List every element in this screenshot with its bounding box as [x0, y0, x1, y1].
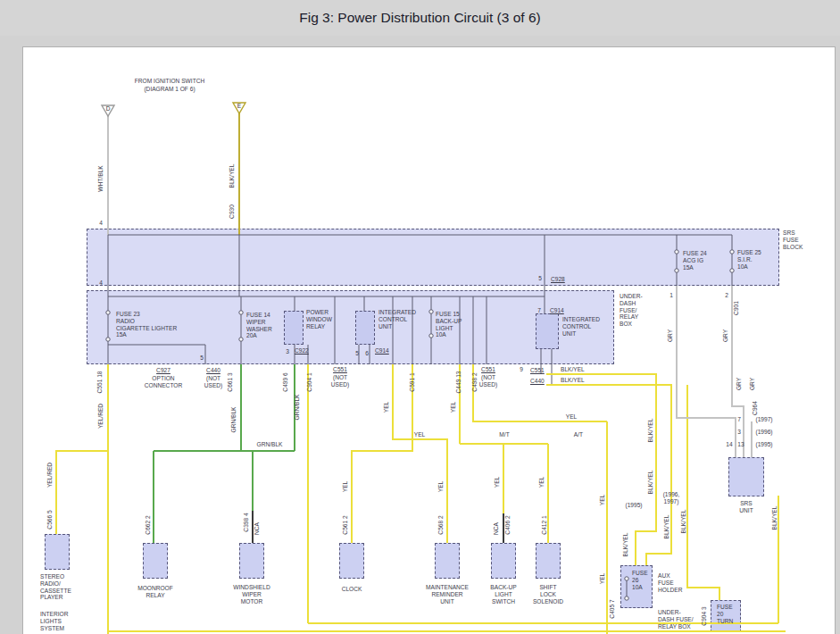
fuse-25-label: FUSE 25 S.I.R. 10A: [737, 249, 761, 270]
wire-label-blkyel-v3: BLK/YEL: [663, 515, 670, 539]
clock-label: CLOCK: [342, 586, 362, 593]
wire-label-yel-h1: YEL: [414, 431, 425, 438]
srs-unit-label: SRS UNIT: [739, 500, 753, 514]
wire-label-blkyel-v4: BLK/YEL: [680, 510, 687, 534]
wire-label-gry-1: GRY: [667, 330, 674, 342]
wire-label-yel-515: YEL: [450, 402, 457, 413]
wire-label-whtblk: WHT/BLK: [97, 165, 104, 191]
at-label: A/T: [574, 431, 583, 438]
wire-label-grnblk-1: GRN/BLK: [230, 407, 237, 433]
wire-label-yel-v1: YEL: [599, 495, 606, 505]
interior-lights-label: INTERIOR LIGHTS SYSTEM: [40, 611, 69, 631]
wire-label-gry-2: GRY: [722, 330, 729, 342]
under-dash-label: UNDER- DASH FUSE/ RELAY BOX: [620, 293, 643, 328]
srs-fuse-block-label: SRS FUSE BLOCK: [783, 229, 803, 250]
c551-not-used-label-1: (NOT USED): [331, 374, 350, 388]
connector-label-c405-7: C405 7: [609, 599, 616, 618]
connector-label-c440-right: C440: [530, 378, 545, 385]
pin-1-gry: 1: [670, 292, 673, 299]
connector-label-c499-6: C499 6: [282, 372, 289, 391]
label-layer: FROM IGNITION SWITCH(DIAGRAM 1 OF 6)WHT/…: [0, 0, 840, 634]
pin-5-c928: 5: [538, 275, 542, 282]
pin-5-c914: 5: [355, 350, 359, 357]
wire-label-yel-backup: YEL: [494, 477, 501, 488]
under-dash-label-2: UNDER- DASH FUSE/ RELAY BOX: [658, 609, 694, 630]
nca-label-backup: NCA: [493, 522, 500, 535]
connector-label-c904-3: C904 3: [701, 606, 708, 625]
wiper-motor-label: WINDSHIELD WIPER MOTOR: [233, 584, 270, 605]
pin-7-icu2: 7: [537, 307, 541, 314]
backup-switch-label: BACK-UP LIGHT SWITCH: [490, 584, 516, 605]
fuse-23-label: FUSE 23 RADIO CIGARETTE LIGHTER 15A: [116, 311, 177, 338]
wire-label-blkyel-row1: BLK/YEL: [561, 366, 585, 373]
connector-label-c412-1: C412 1: [541, 515, 548, 534]
shift-solenoid-label: SHIFT LOCK SOLENOID: [533, 584, 563, 605]
connector-label-c928: C928: [551, 276, 565, 283]
fuse-26-label: FUSE 26 10A: [632, 570, 648, 590]
connector-label-c661-3: C661 3: [227, 372, 234, 391]
wire-label-blkyel-v1: BLK/YEL: [647, 419, 654, 443]
wire-label-grnblk-h: GRN/BLK: [257, 441, 283, 448]
pin-6-c914: 6: [365, 350, 369, 357]
wire-label-yel-clock: YEL: [342, 481, 349, 492]
fuse-24-label: FUSE 24 ACG IG 15A: [683, 250, 707, 271]
connector-label-c566-5: C566 5: [46, 510, 54, 529]
connector-label-c591-1: C591 1: [409, 372, 416, 391]
connector-label-c927: C927: [156, 367, 170, 374]
wire-label-gry-3: GRY: [736, 378, 743, 390]
connector-label-c551-nu2: C551: [481, 366, 495, 373]
from-ignition-label: FROM IGNITION SWITCH: [135, 78, 204, 85]
connector-label-c449-13: C449 13: [455, 371, 462, 394]
icu2-label: INTEGRATED CONTROL UNIT: [562, 316, 600, 337]
wiring-diagram-page: Fig 3: Power Distribution Circuit (3 of …: [0, 0, 840, 634]
wire-label-yel-v2: YEL: [599, 573, 606, 584]
year-1995-label: (1995): [755, 441, 772, 448]
wire-label-yelred-1: YEL/RED: [97, 404, 104, 429]
fuse-20-label: FUSE 20 TURN: [717, 604, 733, 624]
connector-label-c662-2: C662 2: [145, 515, 152, 534]
connector-label-c440-nu: C440: [206, 367, 220, 374]
wire-label-yel-shift: YEL: [538, 477, 545, 488]
connector-label-c904-1: C904 1: [306, 372, 313, 391]
wire-label-blkyel-v6: BLK/YEL: [771, 506, 778, 530]
icu1-label: INTEGRATED CONTROL UNIT: [378, 309, 416, 330]
pin-14-srs-unit: 14: [726, 441, 732, 448]
connector-label-c568-2: C568 2: [437, 515, 445, 534]
wire-label-grnblk-2: GRN/BLK: [294, 395, 301, 421]
pin-4-srs: 4: [99, 220, 103, 227]
nca-label-wiper: NCA: [254, 522, 261, 535]
pin-13-srs-unit: 13: [737, 441, 744, 448]
connector-label-c914-top: C914: [550, 307, 564, 314]
pin-3-c922: 3: [286, 348, 289, 355]
pin-4-udb: 4: [99, 279, 103, 287]
wire-label-yel-h2: YEL: [566, 413, 577, 421]
year-1996-1997-label: (1996, 1997): [663, 491, 680, 505]
moonroof-relay-label: MOONROOF RELAY: [137, 585, 173, 599]
wire-label-blkyel-row2: BLK/YEL: [561, 377, 585, 384]
connector-label-c930: C930: [229, 204, 236, 219]
fuse-14-label: FUSE 14 WIPER WASHER 20A: [246, 312, 272, 339]
connector-label-c498-2: C498 2: [471, 372, 478, 391]
option-connector-label: OPTION CONNECTOR: [145, 375, 182, 389]
connector-label-c964: C964: [752, 401, 759, 415]
pin-7-srs-unit: 7: [737, 416, 741, 423]
connector-label-c561-2: C561 2: [342, 515, 349, 534]
connector-label-c551-right: C551: [530, 367, 545, 374]
wire-label-yelred-2: YEL/RED: [46, 463, 54, 488]
connector-label-c551-nu1: C551: [333, 366, 347, 373]
wire-label-gry-4: GRY: [749, 378, 756, 390]
c551-not-used-label-2: (NOT USED): [479, 374, 498, 388]
pin-5-fuse23: 5: [200, 355, 204, 362]
power-window-relay-label: POWER WINDOW RELAY: [306, 309, 332, 330]
connector-label-c901: C901: [733, 301, 740, 315]
year-1997-label: (1997): [755, 416, 772, 423]
mt-label: M/T: [499, 431, 509, 438]
stereo-label: STEREO RADIO/ CASSETTE PLAYER: [40, 573, 71, 601]
connector-label-c398-4: C398 4: [243, 513, 250, 531]
pin-2-gry: 2: [725, 292, 728, 299]
wire-label-yel-maint: YEL: [437, 481, 445, 492]
connector-label-c406-2: C406 2: [504, 515, 511, 534]
maintenance-unit-label: MAINTENANCE REMINDER UNIT: [426, 584, 469, 605]
year-1995-label-2: (1995): [625, 502, 642, 509]
fuse-15-label: FUSE 15 BACK-UP LIGHT 10A: [436, 311, 462, 338]
